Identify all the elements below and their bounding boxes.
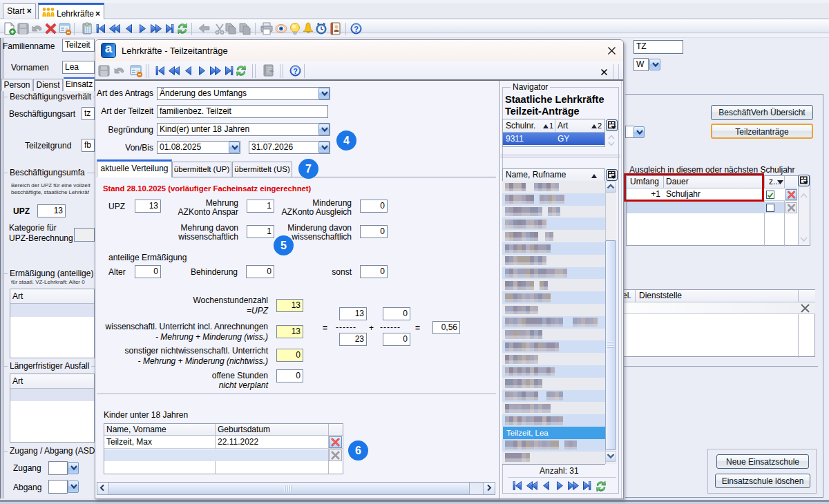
svg-text:?: ? bbox=[354, 25, 359, 33]
svg-text:?: ? bbox=[293, 67, 298, 75]
